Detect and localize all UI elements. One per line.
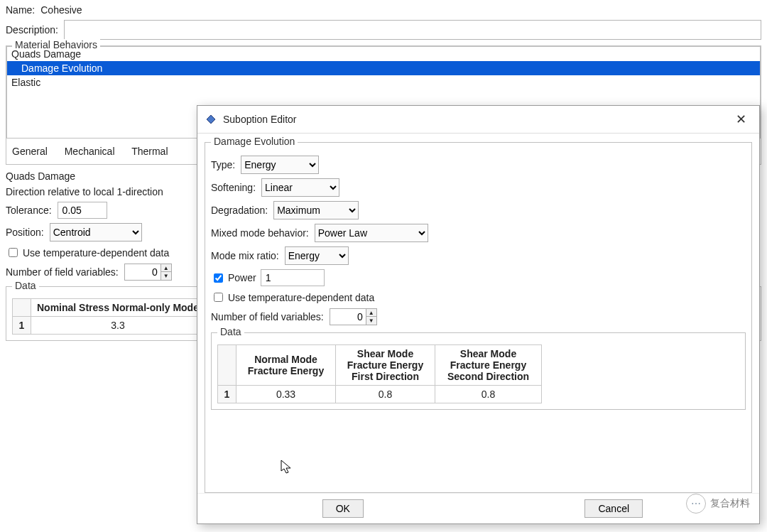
behavior-item-damage-evolution[interactable]: Damage Evolution [7, 61, 760, 75]
cancel-button[interactable]: Cancel [584, 499, 643, 518]
description-input[interactable] [64, 20, 761, 40]
ok-button[interactable]: OK [322, 499, 364, 518]
material-behaviors-legend: Material Behaviors [12, 39, 100, 50]
spinner-up-icon[interactable]: ▲ [161, 264, 171, 272]
name-value: Cohesive [40, 4, 82, 16]
description-label: Description: [6, 24, 58, 36]
temp-dependent-label: Use temperature-dependent data [23, 247, 169, 259]
watermark-text: 复合材料 [710, 497, 750, 510]
table-corner [13, 299, 31, 317]
col-header-shear-first: Shear Mode Fracture Energy First Directi… [336, 345, 435, 386]
temp-dependent-checkbox[interactable] [9, 248, 18, 257]
tab-general[interactable]: General [12, 146, 48, 157]
row-number: 1 [13, 317, 31, 335]
nfv-label: Number of field variables: [6, 266, 119, 278]
dlg-temp-dependent-label: Use temperature-dependent data [228, 292, 374, 303]
type-select[interactable]: Energy [241, 156, 319, 174]
watermark: ⋯ 复合材料 [686, 494, 750, 514]
dlg-nfv-input[interactable] [330, 309, 366, 325]
table-row[interactable]: 1 0.33 0.8 0.8 [218, 386, 542, 403]
tolerance-label: Tolerance: [6, 205, 52, 216]
power-input[interactable] [261, 269, 325, 286]
mmratio-select[interactable]: Energy [285, 246, 349, 265]
tolerance-input[interactable] [58, 202, 107, 219]
dlg-temp-dependent-checkbox[interactable] [214, 293, 223, 302]
spinner-down-icon[interactable]: ▼ [366, 317, 376, 325]
softening-select[interactable]: Linear [261, 178, 339, 197]
cell-shear-second[interactable]: 0.8 [435, 386, 542, 403]
suboption-editor-dialog: Suboption Editor ✕ Damage Evolution Type… [197, 105, 760, 524]
damage-evolution-table: Normal Mode Fracture Energy Shear Mode F… [217, 344, 542, 403]
degradation-select[interactable]: Maximum [273, 201, 359, 219]
col-header-normal-mode: Normal Mode Fracture Energy [236, 345, 336, 386]
nfv-spinner[interactable]: ▲▼ [124, 264, 172, 281]
dialog-title: Suboption Editor [223, 114, 297, 125]
tab-mechanical[interactable]: Mechanical [65, 146, 115, 157]
position-select[interactable]: Centroid [50, 223, 142, 241]
cell-normal-mode[interactable]: 0.33 [236, 386, 336, 403]
softening-label: Softening: [211, 182, 256, 193]
power-checkbox[interactable] [214, 273, 223, 283]
mmbehavior-select[interactable]: Power Law [315, 224, 428, 242]
mmbehavior-label: Mixed mode behavior: [211, 227, 309, 239]
row-number: 1 [218, 386, 236, 403]
spinner-down-icon[interactable]: ▼ [161, 272, 171, 280]
close-icon[interactable]: ✕ [730, 110, 752, 129]
degradation-label: Degradation: [211, 205, 268, 216]
spinner-up-icon[interactable]: ▲ [366, 309, 376, 317]
tab-thermal[interactable]: Thermal [131, 146, 168, 157]
svg-marker-0 [207, 115, 215, 124]
col-header-nominal-normal: Nominal Stress Normal-only Mode [31, 299, 205, 317]
dialog-titlebar[interactable]: Suboption Editor ✕ [197, 106, 759, 134]
behavior-item-quads-damage[interactable]: Quads Damage [7, 47, 760, 61]
damage-evolution-legend: Damage Evolution [211, 136, 298, 147]
cell-nominal-normal[interactable]: 3.3 [31, 317, 205, 335]
dlg-data-legend: Data [217, 326, 244, 337]
dlg-nfv-label: Number of field variables: [211, 311, 324, 322]
data-legend: Data [12, 280, 39, 291]
dlg-nfv-spinner[interactable]: ▲▼ [330, 308, 377, 325]
behavior-item-elastic[interactable]: Elastic [7, 75, 760, 89]
type-label: Type: [211, 159, 235, 170]
table-corner [218, 345, 236, 386]
col-header-shear-second: Shear Mode Fracture Energy Second Direct… [435, 345, 542, 386]
position-label: Position: [6, 227, 44, 238]
direction-label: Direction relative to local 1-direction [6, 186, 163, 197]
mmratio-label: Mode mix ratio: [211, 250, 279, 261]
app-icon [205, 113, 217, 126]
cell-shear-first[interactable]: 0.8 [336, 386, 435, 403]
name-label: Name: [6, 4, 35, 16]
nfv-input[interactable] [125, 264, 161, 280]
wechat-icon: ⋯ [686, 494, 706, 514]
power-label: Power [228, 272, 256, 283]
